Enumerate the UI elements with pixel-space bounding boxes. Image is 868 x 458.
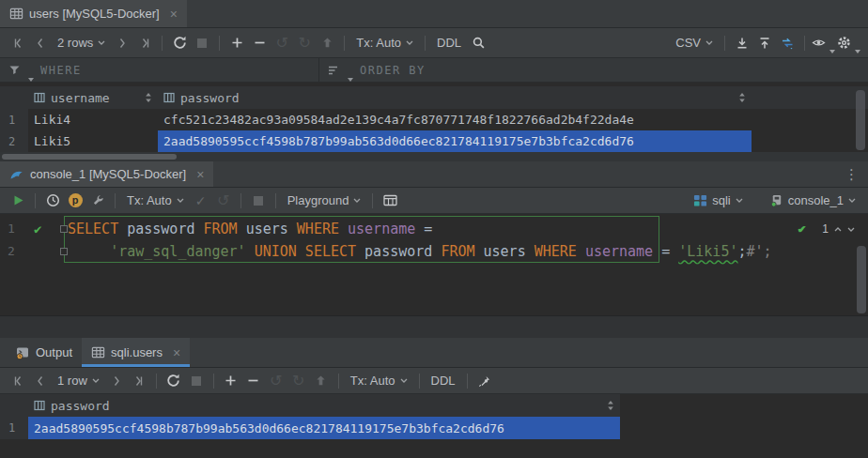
row-count-dropdown[interactable]: 2 rows xyxy=(53,36,110,50)
playground-mode-dropdown[interactable]: Playground xyxy=(283,193,366,207)
sort-toggle-icon[interactable] xyxy=(607,401,614,411)
divider xyxy=(372,193,373,208)
submit-button[interactable] xyxy=(311,371,332,391)
table-row[interactable]: 1 2aad5890595ccf4598b787b99ab563d0d66ec8… xyxy=(0,417,868,439)
scrollbar-thumb[interactable] xyxy=(2,154,177,160)
cell-username[interactable]: Liki5 xyxy=(28,130,158,152)
stop-button[interactable] xyxy=(186,371,207,391)
column-header-password[interactable]: password xyxy=(158,86,752,109)
column-icon xyxy=(163,92,175,103)
where-placeholder: WHERE xyxy=(40,64,82,77)
last-page-button[interactable] xyxy=(129,371,149,391)
horizontal-scrollbar[interactable] xyxy=(0,152,868,161)
view-options-button[interactable] xyxy=(812,33,835,53)
pin-tab-button[interactable] xyxy=(474,371,495,391)
eye-icon xyxy=(812,37,826,50)
column-header-password[interactable]: password xyxy=(28,394,620,417)
compare-button[interactable] xyxy=(777,33,798,53)
table-row[interactable]: 2 Liki5 2aad5890595ccf4598b787b99ab563d0… xyxy=(0,130,868,152)
undo-icon: ↺ xyxy=(270,374,282,389)
import-data-button[interactable] xyxy=(754,33,775,53)
prev-occurrence-icon[interactable] xyxy=(834,227,842,232)
reload-changes-button[interactable]: ↻ xyxy=(294,33,315,53)
prev-page-button[interactable] xyxy=(30,33,51,53)
cell-password-selected[interactable]: 2aad5890595ccf4598b787b99ab563d0d66ec821… xyxy=(28,417,620,439)
more-options-icon[interactable]: ⋮ xyxy=(845,167,859,181)
delete-row-button[interactable] xyxy=(243,371,264,391)
rollback-button[interactable]: ↺ xyxy=(213,191,234,211)
run-button[interactable] xyxy=(8,191,28,211)
close-icon[interactable]: × xyxy=(173,345,180,360)
ddl-button[interactable]: DDL xyxy=(426,374,460,388)
refresh-button[interactable] xyxy=(169,33,190,53)
parameters-button[interactable]: p xyxy=(65,191,85,211)
statement-marker[interactable] xyxy=(60,248,68,255)
first-page-button[interactable] xyxy=(8,33,28,53)
row-number: 1 xyxy=(0,109,28,130)
stop-button[interactable] xyxy=(192,33,212,53)
row-number: 1 xyxy=(0,417,28,439)
statement-marker[interactable] xyxy=(60,225,68,233)
column-header-username[interactable]: username xyxy=(28,86,158,109)
tab-console[interactable]: console_1 [MySQL5-Docker] × xyxy=(0,161,213,187)
divider xyxy=(724,36,725,51)
stop-button[interactable] xyxy=(248,191,269,211)
submit-button[interactable] xyxy=(317,33,337,53)
export-format-dropdown[interactable]: CSV xyxy=(671,36,718,50)
tab-sqli-users-result[interactable]: sqli.users × xyxy=(82,338,190,367)
refresh-button[interactable] xyxy=(163,371,184,391)
tab-title: console_1 [MySQL5-Docker] xyxy=(30,167,186,181)
execution-success-icon: ✔ xyxy=(34,218,41,240)
table-row[interactable]: 1 Liki4 cfc521c23482ac93a09584ad2e139c4a… xyxy=(0,109,868,130)
revert-button[interactable]: ↺ xyxy=(266,371,287,391)
prev-page-button[interactable] xyxy=(30,371,51,391)
sql-line-2[interactable]: 'raw_sql_danger' UNION SELECT password F… xyxy=(68,240,772,263)
next-occurrence-icon[interactable] xyxy=(847,227,855,232)
row-count-dropdown[interactable]: 1 row xyxy=(53,374,104,388)
last-page-button[interactable] xyxy=(134,33,155,53)
session-dropdown[interactable]: console_1 xyxy=(765,193,860,207)
chevron-down-icon xyxy=(92,378,100,383)
sql-line-1[interactable]: SELECT password FROM users WHERE usernam… xyxy=(68,218,432,240)
tab-output[interactable]: Output xyxy=(6,338,82,367)
vertical-scrollbar[interactable] xyxy=(857,246,866,313)
reload-changes-button[interactable]: ↻ xyxy=(288,371,309,391)
next-page-button[interactable] xyxy=(106,371,127,391)
commit-button[interactable]: ✓ xyxy=(191,191,211,211)
output-layout-button[interactable] xyxy=(380,191,400,211)
tx-mode-dropdown[interactable]: Tx: Auto xyxy=(351,36,418,50)
sort-toggle-icon[interactable] xyxy=(738,93,746,103)
history-button[interactable] xyxy=(42,191,63,211)
tx-mode-dropdown[interactable]: Tx: Auto xyxy=(122,193,189,207)
console-settings-button[interactable] xyxy=(87,191,108,211)
tx-mode-dropdown[interactable]: Tx: Auto xyxy=(346,374,412,388)
cell-password[interactable]: cfc521c23482ac93a09584ad2e139c4a7fc87077… xyxy=(158,109,752,130)
divider xyxy=(467,374,468,389)
divider xyxy=(275,193,276,208)
search-icon[interactable] xyxy=(468,33,488,53)
vertical-scrollbar[interactable] xyxy=(856,90,865,150)
console-toolbar: p Tx: Auto ✓ ↺ Playground sqli console_1 xyxy=(0,188,868,214)
sort-toggle-icon[interactable] xyxy=(145,93,152,103)
settings-button[interactable] xyxy=(837,33,860,53)
schema-dropdown[interactable]: sqli xyxy=(689,193,748,207)
cell-username[interactable]: Liki4 xyxy=(28,109,158,130)
revert-button[interactable]: ↺ xyxy=(271,33,292,53)
close-icon[interactable]: × xyxy=(196,167,204,182)
where-filter-input[interactable]: WHERE xyxy=(0,58,319,82)
add-row-button[interactable] xyxy=(221,371,241,391)
divider xyxy=(338,374,339,389)
first-page-button[interactable] xyxy=(8,371,28,391)
tab-users-table[interactable]: users [MySQL5-Docker] × xyxy=(0,0,187,27)
delete-row-button[interactable] xyxy=(249,33,270,53)
add-row-button[interactable] xyxy=(226,33,247,53)
next-page-button[interactable] xyxy=(112,33,132,53)
close-icon[interactable]: × xyxy=(170,7,178,22)
sql-editor[interactable]: 1 2 ✔ SELECT password FROM users WHERE u… xyxy=(0,214,868,315)
grid-header: password xyxy=(0,394,620,417)
row-number-gutter xyxy=(0,86,28,109)
order-by-filter-input[interactable]: ORDER BY xyxy=(319,58,868,82)
export-data-button[interactable] xyxy=(732,33,752,53)
cell-password-selected[interactable]: 2aad5890595ccf4598b787b99ab563d0d66ec821… xyxy=(158,130,752,152)
ddl-button[interactable]: DDL xyxy=(432,36,466,50)
